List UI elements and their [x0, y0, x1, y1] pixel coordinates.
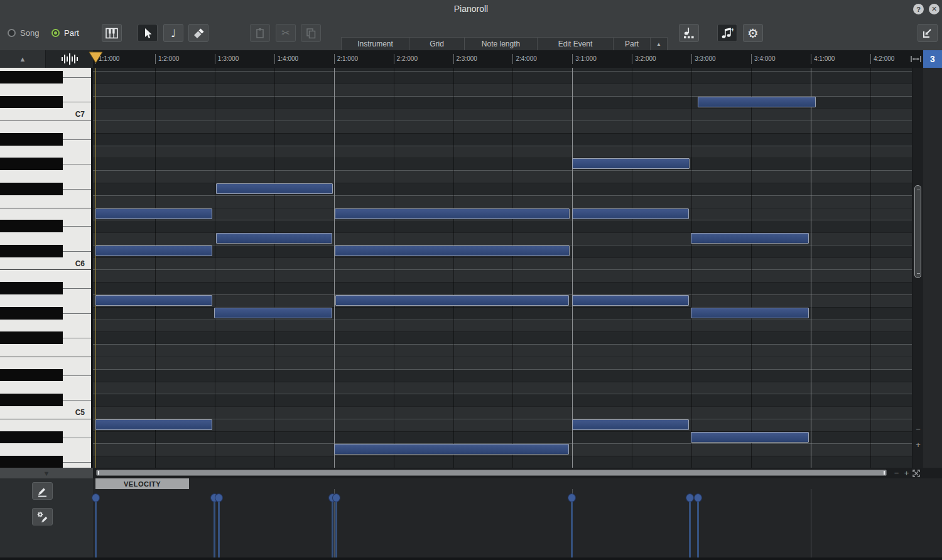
- dropdown-header[interactable]: Part: [614, 38, 650, 51]
- grid-row-F5[interactable]: [93, 344, 912, 357]
- close-icon[interactable]: ✕: [929, 4, 939, 14]
- help-icon[interactable]: ?: [913, 4, 924, 14]
- midi-note-A5[interactable]: [335, 295, 569, 306]
- horizontal-zoom-out-button[interactable]: −: [892, 468, 901, 478]
- copy-button[interactable]: [301, 24, 321, 42]
- velocity-head[interactable]: [92, 493, 100, 502]
- grid-row-B5[interactable]: [93, 269, 912, 282]
- part-number-tab[interactable]: 3: [923, 50, 942, 68]
- velocity-head[interactable]: [694, 493, 702, 502]
- part-spinner-up[interactable]: ▲: [651, 38, 667, 50]
- midi-note-F#6[interactable]: [216, 183, 333, 194]
- vertical-zoom-out-button[interactable]: −: [912, 424, 924, 434]
- velocity-stem[interactable]: [689, 498, 691, 557]
- grid-row-C5[interactable]: [93, 406, 912, 419]
- draw-velocity-button[interactable]: [32, 482, 53, 500]
- midi-note-A5[interactable]: [95, 295, 212, 306]
- note-tool-button[interactable]: ♩: [163, 24, 183, 42]
- vertical-scrollbar-thumb[interactable]: [914, 185, 921, 278]
- grid-row-D#5[interactable]: [93, 369, 912, 382]
- midi-note-G#5[interactable]: [691, 308, 809, 318]
- vertical-zoom-in-button[interactable]: +: [912, 440, 924, 450]
- midi-note-E6[interactable]: [335, 208, 570, 219]
- playhead-marker[interactable]: [89, 51, 103, 64]
- grid-row-F6[interactable]: [93, 195, 912, 208]
- grid-row-G6[interactable]: [93, 170, 912, 183]
- grid-row-G#4[interactable]: [93, 456, 912, 468]
- grid-row-A#5[interactable]: [93, 282, 912, 294]
- piano-key-A#5[interactable]: [0, 282, 63, 294]
- scroll-up-button[interactable]: ▲: [0, 50, 46, 68]
- scroll-down-button[interactable]: ▼: [0, 468, 93, 478]
- grid-row-B4[interactable]: [93, 419, 912, 431]
- dropdown-header[interactable]: Grid: [409, 38, 464, 51]
- grid-row-D5[interactable]: [93, 382, 912, 394]
- grid-row-G#6[interactable]: [93, 158, 912, 170]
- vertical-scrollbar[interactable]: − +: [912, 68, 923, 468]
- midi-note-A4[interactable]: [334, 444, 569, 455]
- midi-note-D6[interactable]: [216, 233, 332, 244]
- grid-row-A#6[interactable]: [93, 133, 912, 146]
- midi-note-E6[interactable]: [572, 208, 689, 219]
- velocity-head[interactable]: [686, 493, 694, 502]
- midi-note-C#6[interactable]: [95, 245, 212, 256]
- midi-note-G#6[interactable]: [572, 158, 690, 169]
- grid-row-D#7[interactable]: [93, 71, 912, 83]
- piano-key-G#6[interactable]: [0, 158, 63, 170]
- grid-row-E5[interactable]: [93, 357, 912, 369]
- midi-note-A#4[interactable]: [691, 432, 809, 443]
- velocity-settings-button[interactable]: [32, 508, 53, 525]
- grid-row-A6[interactable]: [93, 146, 912, 158]
- velocity-stem[interactable]: [95, 498, 97, 557]
- grid-row-F#5[interactable]: [93, 331, 912, 344]
- midi-note-G#5[interactable]: [214, 308, 332, 318]
- grid-row-C#5[interactable]: [93, 394, 912, 406]
- velocity-stem[interactable]: [214, 498, 215, 557]
- piano-key-G#4[interactable]: [0, 456, 63, 468]
- dropdown-header[interactable]: Note length: [465, 38, 537, 51]
- midi-note-E6[interactable]: [95, 208, 212, 219]
- piano-key-A#6[interactable]: [0, 133, 63, 146]
- piano-key-D#6[interactable]: [0, 220, 63, 232]
- dropdown-header[interactable]: Edit Event: [538, 38, 613, 51]
- fit-horizontal-button[interactable]: [909, 50, 923, 68]
- grid-row-D#6[interactable]: [93, 220, 912, 232]
- velocity-stem[interactable]: [218, 498, 220, 557]
- timeline-ruler[interactable]: 1:1:0001:2:0001:3:0001:4:0002:1:0002:2:0…: [93, 50, 909, 68]
- midi-note-C#6[interactable]: [335, 245, 570, 256]
- piano-key-A#4[interactable]: [0, 431, 63, 444]
- piano-key-D#7[interactable]: [0, 71, 63, 83]
- import-to-track-button[interactable]: [918, 24, 938, 42]
- velocity-head[interactable]: [215, 493, 223, 502]
- piano-keyboard[interactable]: C7C6C5: [0, 68, 93, 468]
- velocity-lane[interactable]: VELOCITY: [0, 478, 942, 557]
- eraser-tool-button[interactable]: [188, 24, 208, 42]
- midi-note-D6[interactable]: [691, 233, 809, 244]
- note-grid[interactable]: [93, 68, 912, 468]
- velocity-head[interactable]: [568, 493, 576, 502]
- cut-button[interactable]: ✂: [276, 24, 296, 42]
- piano-key-C#5[interactable]: [0, 394, 63, 406]
- velocity-stem[interactable]: [335, 498, 337, 557]
- piano-key-C#7[interactable]: [0, 96, 63, 109]
- grid-row-B6[interactable]: [93, 121, 912, 133]
- audio-view-button[interactable]: [46, 50, 93, 68]
- piano-key-C#6[interactable]: [0, 245, 63, 257]
- show-keyboard-button[interactable]: [102, 24, 122, 42]
- grid-row-G5[interactable]: [93, 320, 912, 332]
- grid-row-C7[interactable]: [93, 108, 912, 121]
- settings-button[interactable]: ⚙: [743, 24, 763, 42]
- paste-button[interactable]: [250, 24, 270, 42]
- quantize-button[interactable]: [679, 24, 699, 42]
- piano-key-D#5[interactable]: [0, 369, 63, 382]
- midi-note-C#7[interactable]: [698, 97, 816, 107]
- select-tool-button[interactable]: [138, 24, 158, 42]
- midi-note-B4[interactable]: [95, 419, 212, 430]
- part-radio[interactable]: Part: [51, 28, 79, 38]
- velocity-stem[interactable]: [697, 498, 699, 557]
- velocity-head[interactable]: [332, 493, 340, 502]
- grid-row-D7[interactable]: [93, 83, 912, 96]
- dropdown-header[interactable]: Instrument: [342, 38, 409, 51]
- piano-key-G#5[interactable]: [0, 307, 63, 320]
- horizontal-zoom-in-button[interactable]: +: [902, 468, 911, 478]
